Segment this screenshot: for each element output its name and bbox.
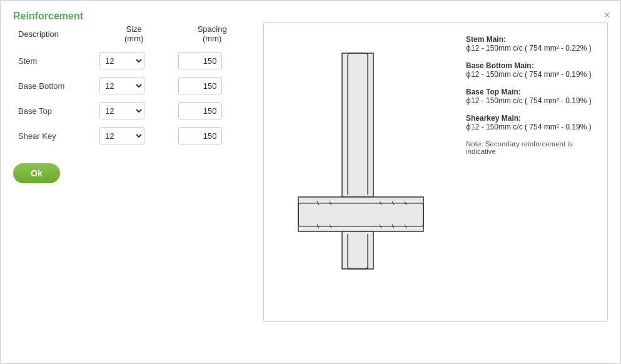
size-dropdown-3[interactable]: ▼ — [128, 131, 144, 140]
left-panel: Description Size (mm) Spacing (mm) Stem▼… — [13, 22, 251, 322]
col-spacing-header: Spacing (mm) — [173, 22, 251, 48]
right-panel: Stem Main: ϕ12 - 150mm c/c ( 754 mm² - 0… — [263, 22, 608, 322]
base-bottom-info: Base Bottom Main: ϕ12 - 150mm c/c ( 754 … — [466, 61, 598, 79]
size-dropdown-1[interactable]: ▼ — [128, 81, 144, 90]
table-row: Base Top▼ — [13, 98, 251, 123]
stem-main-info: Stem Main: ϕ12 - 150mm c/c ( 754 mm² - 0… — [466, 35, 598, 53]
row-size-3[interactable]: ▼ — [94, 123, 173, 148]
size-input-2[interactable] — [100, 104, 128, 118]
spacing-input-3[interactable] — [178, 127, 222, 144]
base-top-info: Base Top Main: ϕ12 - 150mm c/c ( 754 mm²… — [466, 88, 598, 105]
ok-button[interactable]: Ok — [13, 163, 60, 183]
table-row: Stem▼ — [13, 48, 251, 73]
shearkey-info: Shearkey Main: ϕ12 - 150mm c/c ( 754 mm²… — [466, 114, 598, 131]
row-label-1: Base Bottom — [13, 73, 94, 98]
col-description-header: Description — [13, 22, 94, 48]
main-content: Description Size (mm) Spacing (mm) Stem▼… — [13, 22, 608, 322]
stem-main-value: ϕ12 - 150mm c/c ( 754 mm² - 0.22% ) — [466, 44, 598, 53]
base-top-title: Base Top Main: — [466, 88, 598, 96]
size-input-1[interactable] — [100, 79, 128, 93]
close-button[interactable]: × — [603, 9, 610, 21]
table-row: Shear Key▼ — [13, 123, 251, 148]
spacing-input-1[interactable] — [178, 77, 222, 94]
diagram-area — [264, 23, 457, 321]
row-label-0: Stem — [13, 48, 94, 73]
spacing-input-2[interactable] — [178, 102, 222, 119]
reinforcement-dialog: Reinforcement × Description Size (mm) — [0, 0, 621, 364]
row-spacing-0[interactable] — [173, 48, 251, 73]
info-panel: Stem Main: ϕ12 - 150mm c/c ( 754 mm² - 0… — [457, 23, 607, 321]
size-input-3[interactable] — [100, 129, 128, 143]
row-spacing-3[interactable] — [173, 123, 251, 148]
dialog-title: Reinforcement — [13, 11, 83, 21]
col-size-header: Size (mm) — [94, 22, 173, 48]
base-bottom-value: ϕ12 - 150mm c/c ( 754 mm² - 0.19% ) — [466, 70, 598, 79]
size-dropdown-0[interactable]: ▼ — [128, 56, 144, 65]
shearkey-title: Shearkey Main: — [466, 114, 598, 123]
size-dropdown-2[interactable]: ▼ — [128, 106, 144, 115]
note-text: Note: Secondary reinforcement is indicat… — [466, 140, 598, 155]
row-size-0[interactable]: ▼ — [94, 48, 173, 73]
row-size-1[interactable]: ▼ — [94, 73, 173, 98]
retaining-wall-diagram — [280, 47, 442, 297]
svg-rect-6 — [342, 231, 373, 269]
row-size-2[interactable]: ▼ — [94, 98, 173, 123]
stem-main-title: Stem Main: — [466, 35, 598, 44]
base-top-value: ϕ12 - 150mm c/c ( 754 mm² - 0.19% ) — [466, 96, 598, 105]
reinforcement-table: Description Size (mm) Spacing (mm) Stem▼… — [13, 22, 251, 148]
table-row: Base Bottom▼ — [13, 73, 251, 98]
size-input-0[interactable] — [100, 54, 128, 68]
shearkey-value: ϕ12 - 150mm c/c ( 754 mm² - 0.19% ) — [466, 123, 598, 131]
base-bottom-title: Base Bottom Main: — [466, 61, 598, 70]
spacing-input-0[interactable] — [178, 52, 222, 69]
row-label-3: Shear Key — [13, 123, 94, 148]
svg-rect-0 — [342, 53, 373, 197]
row-spacing-2[interactable] — [173, 98, 251, 123]
row-label-2: Base Top — [13, 98, 94, 123]
row-spacing-1[interactable] — [173, 73, 251, 98]
